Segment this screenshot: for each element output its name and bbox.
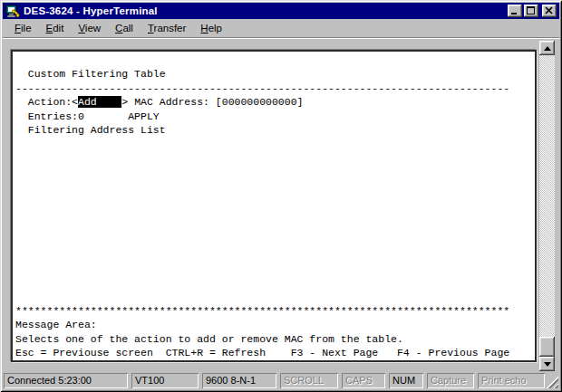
resize-grip[interactable] xyxy=(545,375,558,388)
terminal-row xyxy=(15,53,535,67)
terminal-row xyxy=(15,137,535,150)
scroll-up-button[interactable] xyxy=(539,41,555,55)
vertical-scrollbar[interactable] xyxy=(539,41,555,371)
action-field-value[interactable]: Add xyxy=(78,96,121,108)
status-num-lock: NUM xyxy=(389,373,423,388)
terminal-row-divider: ----------------------------------------… xyxy=(15,81,535,95)
menu-item-view[interactable]: View xyxy=(71,21,108,36)
terminal-row xyxy=(15,165,535,178)
menu-item-call[interactable]: Call xyxy=(108,21,140,36)
status-caps-lock: CAPS xyxy=(342,373,385,388)
status-print-echo: Print echo xyxy=(478,373,545,388)
minimize-button[interactable] xyxy=(508,5,522,17)
terminal-row xyxy=(15,276,535,290)
arrow-up-icon xyxy=(544,46,551,51)
terminal-row xyxy=(15,206,535,220)
menu-item-edit[interactable]: Edit xyxy=(39,21,72,36)
terminal-row-key-legend: Esc = Previouse screen CTRL+R = Refresh … xyxy=(15,346,535,359)
status-connected: Connected 5:23:00 xyxy=(4,373,128,388)
status-capture: Capture xyxy=(427,373,474,388)
terminal-row xyxy=(15,221,535,234)
menu-item-help[interactable]: Help xyxy=(193,21,229,36)
terminal-row xyxy=(15,248,535,262)
terminal-row-title: Custom Filtering Table xyxy=(15,67,535,81)
terminal-frame: Custom Filtering Table -----------------… xyxy=(11,50,537,362)
terminal-row xyxy=(15,151,535,165)
terminal-row xyxy=(15,193,535,206)
arrow-down-icon xyxy=(544,362,551,367)
scrollbar-thumb[interactable] xyxy=(539,337,555,357)
window-title: DES-3624 - HyperTerminal xyxy=(24,5,506,16)
maximize-icon xyxy=(527,6,535,14)
menu-item-file[interactable]: File xyxy=(7,21,39,36)
terminal-row-help-text: Selects one of the action to add or remo… xyxy=(15,332,535,346)
terminal-row xyxy=(15,179,535,193)
menubar: File Edit View Call Transfer Help xyxy=(3,19,559,38)
terminal-row xyxy=(15,291,535,304)
status-emulation: VT100 xyxy=(131,373,199,388)
titlebar[interactable]: DES-3624 - HyperTerminal xyxy=(3,3,559,19)
menu-item-transfer[interactable]: Transfer xyxy=(140,21,193,36)
hyperterminal-icon[interactable] xyxy=(5,5,20,18)
terminal-row-entries: Entries:0 APPLY xyxy=(15,110,535,123)
status-bar: Connected 5:23:00 VT100 9600 8-N-1 SCROL… xyxy=(3,371,559,389)
terminal-screen[interactable]: Custom Filtering Table -----------------… xyxy=(13,52,535,360)
terminal-row-message-area: Message Area: xyxy=(15,318,535,331)
close-icon xyxy=(545,6,554,14)
terminal-row xyxy=(15,263,535,276)
terminal-row-separator: ****************************************… xyxy=(15,304,535,318)
action-label: Action:< xyxy=(15,96,78,108)
hyperterminal-window: DES-3624 - HyperTerminal File Edit View … xyxy=(0,0,562,392)
maximize-button[interactable] xyxy=(524,5,538,17)
client-area: Custom Filtering Table -----------------… xyxy=(3,40,559,371)
terminal-row-list-header: Filtering Address List xyxy=(15,123,535,137)
terminal-row xyxy=(15,234,535,248)
close-button[interactable] xyxy=(542,5,557,17)
terminal-row-action: Action:<Add > MAC Address: [000000000000… xyxy=(15,95,535,109)
scroll-down-button[interactable] xyxy=(539,357,555,371)
minimize-icon xyxy=(511,13,517,14)
status-scroll-lock: SCROLL xyxy=(280,373,338,388)
status-baud: 9600 8-N-1 xyxy=(202,373,276,388)
mac-address-field: > MAC Address: [000000000000] xyxy=(121,96,303,108)
